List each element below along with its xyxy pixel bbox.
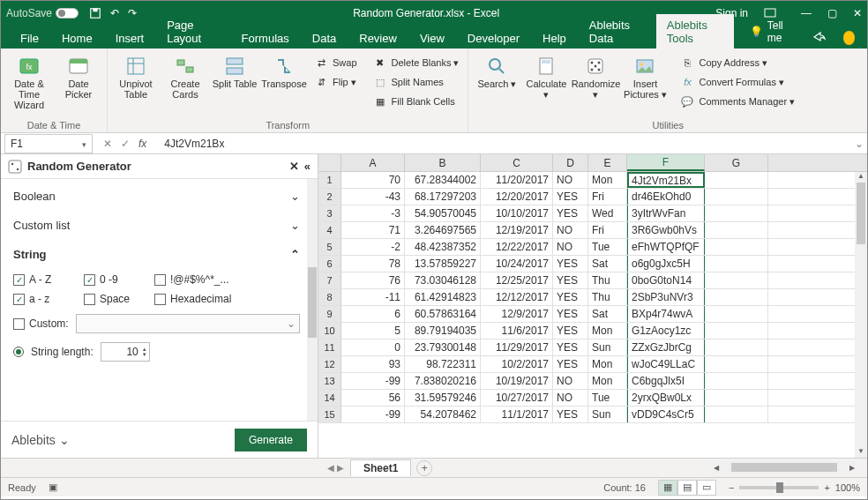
col-header-D[interactable]: D — [553, 154, 588, 171]
cell[interactable] — [705, 340, 768, 355]
date-picker-button[interactable]: Date Picker — [56, 52, 101, 100]
radio-string-length[interactable] — [13, 347, 24, 357]
cell[interactable]: YES — [553, 205, 588, 221]
tab-developer[interactable]: Developer — [457, 27, 530, 49]
row-header[interactable]: 5 — [318, 239, 341, 255]
add-sheet-button[interactable]: + — [416, 460, 432, 476]
chevron-down-icon[interactable] — [79, 138, 86, 150]
cell[interactable]: 61.42914823 — [405, 289, 481, 305]
cell[interactable]: YES — [553, 407, 588, 422]
cell[interactable]: C6bgqJlx5I — [627, 373, 705, 389]
row-header[interactable]: 4 — [318, 222, 341, 238]
col-header-F[interactable]: F — [627, 154, 705, 171]
cell[interactable]: 10/2/2017 — [481, 356, 553, 372]
col-header-G[interactable]: G — [705, 154, 768, 171]
section-custom-list[interactable]: Custom list⌄ — [1, 212, 318, 241]
cell[interactable]: 12/25/2017 — [481, 272, 553, 288]
cell[interactable]: 12/19/2017 — [481, 222, 553, 238]
section-boolean[interactable]: Boolean⌄ — [1, 183, 318, 212]
cell[interactable]: Sat — [588, 256, 627, 272]
tell-me-search[interactable]: 💡 Tell me — [741, 15, 799, 49]
row-header[interactable]: 13 — [318, 373, 341, 389]
tab-review[interactable]: Review — [348, 27, 408, 49]
cell[interactable]: 93 — [341, 356, 405, 372]
scroll-down-icon[interactable]: ▼ — [855, 447, 867, 458]
convert-formulas-button[interactable]: fxConvert Formulas ▾ — [677, 73, 798, 91]
save-icon[interactable] — [89, 7, 101, 19]
string-length-spinner[interactable]: 10 ▲▼ — [101, 342, 150, 362]
cell[interactable] — [705, 306, 768, 322]
pane-close-icon[interactable]: ✕ — [289, 160, 299, 173]
cell[interactable]: 48.42387352 — [405, 239, 481, 255]
cell[interactable]: 3R6Gwb0hVs — [627, 222, 705, 238]
cell[interactable] — [705, 323, 768, 339]
scrollbar-thumb[interactable] — [857, 183, 865, 244]
feedback-icon[interactable] — [843, 31, 855, 45]
zoom-in-button[interactable]: + — [824, 482, 829, 493]
cell[interactable]: 11/6/2017 — [481, 323, 553, 339]
redo-icon[interactable]: ↷ — [128, 7, 137, 19]
col-header-B[interactable]: B — [405, 154, 481, 171]
horizontal-scrollbar[interactable]: ◀▶ — [714, 461, 855, 474]
cell[interactable]: 98.722311 — [405, 356, 481, 372]
cell[interactable]: 2SbP3uNVr3 — [627, 289, 705, 305]
cell[interactable]: o6g0gJxc5H — [627, 256, 705, 272]
split-table-button[interactable]: Split Table — [212, 52, 258, 89]
zoom-level[interactable]: 100% — [835, 482, 860, 493]
cell[interactable] — [705, 256, 768, 272]
row-header[interactable]: 6 — [318, 256, 341, 272]
cell[interactable] — [705, 373, 768, 389]
date-time-wizard-button[interactable]: fx Date & Time Wizard — [6, 52, 52, 110]
col-header-E[interactable]: E — [588, 154, 627, 171]
ablebits-brand[interactable]: Ablebits⌄ — [11, 433, 70, 447]
cell[interactable]: eFhWTQPfQF — [627, 239, 705, 255]
cell[interactable]: 56 — [341, 390, 405, 406]
randomize-button[interactable]: Randomize ▾ — [572, 52, 618, 100]
row-header[interactable]: 3 — [318, 205, 341, 221]
row-header[interactable]: 10 — [318, 323, 341, 339]
cell[interactable]: YES — [553, 340, 588, 355]
cell[interactable]: 11/29/2017 — [481, 340, 553, 355]
cell[interactable] — [705, 272, 768, 288]
swap-button[interactable]: ⇄Swap — [311, 54, 361, 71]
tab-ablebits-tools[interactable]: Ablebits Tools — [656, 14, 734, 49]
tab-help[interactable]: Help — [532, 27, 577, 49]
sheet-nav[interactable]: ◀ ▶ — [327, 463, 344, 473]
cell[interactable]: ZZxGzJbrCg — [627, 340, 705, 355]
cell[interactable] — [705, 172, 768, 188]
cell[interactable]: 2yrxQBw0Lx — [627, 390, 705, 406]
autosave-toggle[interactable]: AutoSave — [6, 7, 79, 19]
cell[interactable]: YES — [553, 256, 588, 272]
custom-combo[interactable]: ⌄ — [76, 314, 300, 333]
check-symbols[interactable]: !@#$%^*_... — [154, 273, 260, 286]
cell[interactable]: 13.57859227 — [405, 256, 481, 272]
check-AZ[interactable]: ✓A - Z — [13, 273, 84, 286]
row-header[interactable]: 14 — [318, 390, 341, 406]
cell[interactable] — [705, 189, 768, 205]
tab-ablebits-data[interactable]: Ablebits Data — [579, 14, 655, 49]
row-header[interactable]: 15 — [318, 407, 341, 422]
cell[interactable]: 89.79194035 — [405, 323, 481, 339]
copy-address-button[interactable]: ⎘Copy Address ▾ — [677, 54, 798, 71]
macro-record-icon[interactable]: ▣ — [49, 481, 57, 493]
cell[interactable]: 54.2078462 — [405, 407, 481, 422]
cell[interactable]: 3.264697565 — [405, 222, 481, 238]
cell[interactable]: -2 — [341, 239, 405, 255]
cell[interactable]: NO — [553, 373, 588, 389]
cell[interactable]: 70 — [341, 172, 405, 188]
close-icon[interactable]: ✕ — [853, 7, 862, 19]
sheet-tab[interactable]: Sheet1 — [350, 459, 411, 476]
cell[interactable]: Mon — [588, 356, 627, 372]
cell[interactable]: 76 — [341, 272, 405, 288]
spin-down-icon[interactable]: ▼ — [142, 352, 147, 357]
cell[interactable]: Mon — [588, 172, 627, 188]
scrollbar-thumb[interactable] — [731, 463, 837, 472]
row-header[interactable]: 9 — [318, 306, 341, 322]
fill-blank-button[interactable]: ▦Fill Blank Cells — [370, 93, 463, 110]
cell[interactable]: -99 — [341, 407, 405, 422]
cell[interactable]: YES — [553, 306, 588, 322]
cell[interactable]: dr46EkOhd0 — [627, 189, 705, 205]
minimize-icon[interactable]: — — [801, 7, 812, 19]
transpose-button[interactable]: Transpose — [261, 52, 307, 89]
cell[interactable]: Sat — [588, 306, 627, 322]
